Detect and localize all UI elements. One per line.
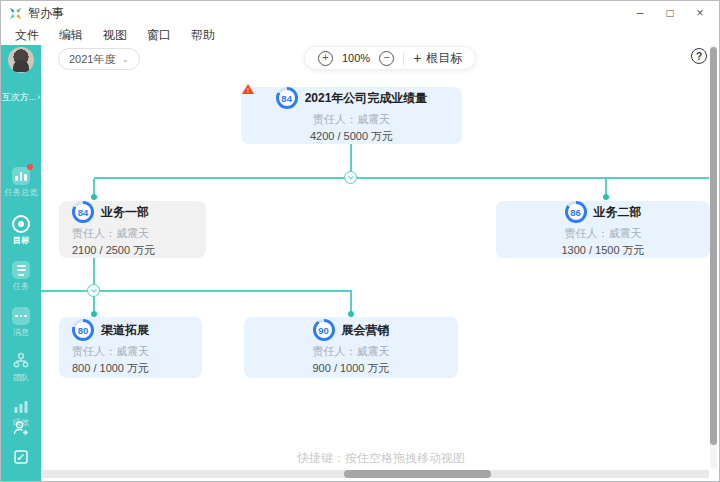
- connector-dot: [91, 194, 97, 200]
- shortcut-hint: 快捷键：按住空格拖拽移动视图: [41, 450, 720, 467]
- progress-ring: 84: [276, 87, 298, 109]
- progress-value: 90: [316, 322, 332, 338]
- help-button[interactable]: ?: [691, 48, 707, 64]
- goal-title: 业务一部: [101, 204, 149, 221]
- goal-amount: 1300 / 1500 万元: [561, 243, 644, 258]
- goal-card-dept-1[interactable]: 84 业务一部 责任人：威震天 2100 / 2500 万元: [59, 201, 206, 258]
- sidebar-item-label: 任务总览: [4, 188, 37, 196]
- maximize-button[interactable]: □: [655, 1, 685, 25]
- collapse-toggle[interactable]: [344, 171, 357, 184]
- menu-help[interactable]: 帮助: [185, 26, 221, 45]
- goal-card-dept-2[interactable]: 86 业务二部 责任人：威震天 1300 / 1500 万元: [496, 201, 710, 258]
- zoom-out-button[interactable]: −: [379, 51, 394, 66]
- close-button[interactable]: ×: [685, 1, 715, 25]
- menu-bar: 文件 编辑 视图 窗口 帮助: [1, 25, 719, 45]
- add-root-goal-button[interactable]: + 根目标: [413, 50, 462, 67]
- sidebar: 互次方...› 任务总览 目标 任务 消息: [1, 45, 41, 482]
- connector-dot: [603, 194, 609, 200]
- zoom-toolbar: + 100% − + 根目标: [304, 46, 476, 70]
- goal-title: 业务二部: [594, 204, 642, 221]
- connector-line: [93, 258, 95, 285]
- goal-amount: 4200 / 5000 万元: [310, 129, 393, 144]
- goal-title: 展会营销: [342, 322, 390, 339]
- sidebar-item-label: 任务: [13, 282, 30, 290]
- menu-edit[interactable]: 编辑: [53, 26, 89, 45]
- zoom-level: 100%: [342, 52, 370, 64]
- menu-window[interactable]: 窗口: [141, 26, 177, 45]
- sidebar-item-task[interactable]: 任务: [1, 261, 41, 291]
- goal-owner: 责任人：威震天: [565, 226, 642, 241]
- chevron-down-icon: ⌄: [121, 54, 129, 64]
- goal-map-canvas[interactable]: 2021年度 ⌄ + 100% − + 根目标 ?: [41, 45, 720, 482]
- workspace-name: 互次方...: [2, 92, 37, 102]
- sidebar-item-label: 团队: [13, 373, 30, 381]
- sidebar-item-label: 消息: [13, 328, 30, 336]
- progress-value: 84: [279, 90, 295, 106]
- goal-card-root[interactable]: 84 2021年公司完成业绩量 责任人：威震天 4200 / 5000 万元: [241, 87, 462, 144]
- performance-chart-icon: [12, 397, 30, 415]
- person-add-icon: [12, 419, 30, 437]
- connector-line: [605, 179, 607, 195]
- notification-badge: [27, 164, 33, 170]
- goal-card-expo[interactable]: 90 展会营销 责任人：威震天 900 / 1000 万元: [244, 317, 458, 378]
- progress-value: 84: [75, 204, 91, 220]
- user-avatar[interactable]: [8, 47, 34, 73]
- year-filter-dropdown[interactable]: 2021年度 ⌄: [58, 48, 140, 70]
- window-controls: – □ ×: [625, 1, 715, 25]
- org-chart-icon: [12, 352, 30, 370]
- app-logo-icon: [9, 7, 22, 20]
- sidebar-item-message[interactable]: 消息: [1, 307, 41, 337]
- sidebar-item-task-overview[interactable]: 任务总览: [1, 167, 41, 197]
- connector-line: [350, 292, 352, 312]
- workspace-switcher[interactable]: 互次方...›: [1, 91, 41, 104]
- menu-file[interactable]: 文件: [9, 26, 45, 45]
- vertical-scrollbar-thumb[interactable]: [710, 47, 717, 445]
- invite-member-button[interactable]: [1, 419, 41, 437]
- goal-owner: 责任人：威震天: [72, 226, 149, 241]
- message-icon: [12, 307, 30, 325]
- goal-amount: 800 / 1000 万元: [72, 361, 149, 376]
- collapse-toggle[interactable]: [87, 284, 100, 297]
- progress-ring: 90: [313, 319, 335, 341]
- horizontal-scrollbar-thumb[interactable]: [344, 470, 491, 478]
- task-overview-icon: [12, 167, 30, 185]
- feedback-button[interactable]: [1, 448, 41, 466]
- goal-owner: 责任人：威震天: [313, 344, 390, 359]
- menu-view[interactable]: 视图: [97, 26, 133, 45]
- edit-form-icon: [12, 448, 30, 466]
- progress-value: 86: [568, 204, 584, 220]
- target-icon: [12, 215, 30, 233]
- sidebar-item-label: 目标: [13, 236, 30, 244]
- chevron-right-icon: ›: [37, 92, 40, 102]
- progress-value: 80: [75, 322, 91, 338]
- window-title: 智办事: [28, 5, 64, 22]
- goal-owner: 责任人：威震天: [72, 344, 149, 359]
- task-list-icon: [12, 261, 30, 279]
- connector-line: [94, 177, 709, 179]
- goal-card-channel[interactable]: 80 渠道拓展 责任人：威震天 800 / 1000 万元: [59, 317, 202, 378]
- progress-ring: 84: [72, 201, 94, 223]
- plus-icon: +: [413, 50, 421, 66]
- title-bar: 智办事 – □ ×: [1, 1, 719, 25]
- goal-owner: 责任人：威震天: [313, 112, 390, 127]
- progress-ring: 86: [565, 201, 587, 223]
- progress-ring: 80: [72, 319, 94, 341]
- zoom-in-button[interactable]: +: [318, 51, 333, 66]
- app-window: 智办事 – □ × 文件 编辑 视图 窗口 帮助 互次方...› 任务总览 目标: [0, 0, 720, 482]
- connector-line: [350, 144, 352, 172]
- goal-title: 2021年公司完成业绩量: [305, 90, 428, 107]
- goal-title: 渠道拓展: [101, 322, 149, 339]
- connector-line: [93, 179, 95, 195]
- goal-amount: 900 / 1000 万元: [312, 361, 389, 376]
- sidebar-item-goal[interactable]: 目标: [1, 215, 41, 245]
- toolbar-divider: [403, 52, 404, 65]
- minimize-button[interactable]: –: [625, 1, 655, 25]
- year-filter-value: 2021年度: [69, 52, 115, 67]
- add-root-goal-label: 根目标: [426, 50, 462, 67]
- goal-amount: 2100 / 2500 万元: [72, 243, 155, 258]
- sidebar-item-team[interactable]: 团队: [1, 352, 41, 382]
